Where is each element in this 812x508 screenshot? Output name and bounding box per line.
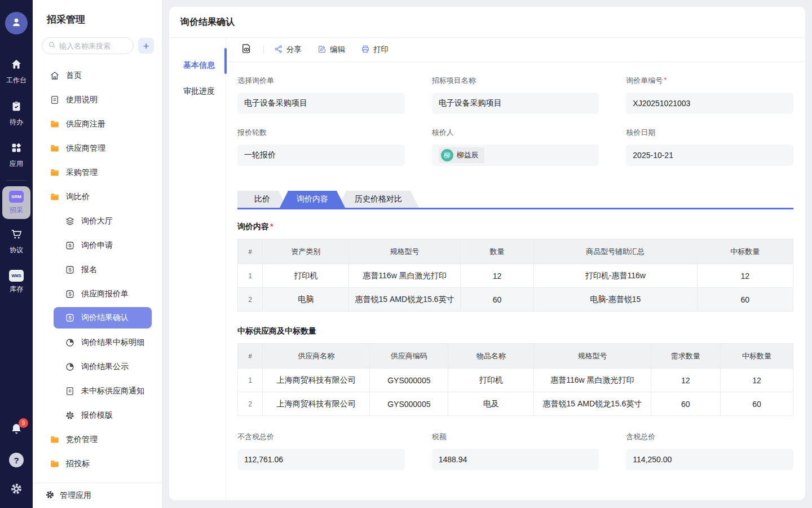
- folder-icon: [50, 435, 60, 445]
- cell: 60: [651, 392, 720, 416]
- sidebar-item-supplier-manage[interactable]: 供应商管理: [33, 136, 162, 160]
- total-incl-tax-input[interactable]: 114,250.00: [626, 449, 793, 470]
- cell: 12: [651, 369, 720, 392]
- edit-label: 编辑: [330, 45, 345, 55]
- active-tab-indicator: [224, 48, 227, 74]
- sidebar-item-instructions[interactable]: 使用说明: [33, 87, 162, 112]
- rail-item-inventory[interactable]: WMS 库存: [9, 270, 24, 294]
- select-inquiry-input[interactable]: 电子设备采购项目: [237, 93, 405, 114]
- cell: 2: [238, 288, 263, 312]
- tab-compare-price[interactable]: 比价: [237, 191, 287, 208]
- share-button[interactable]: 分享: [274, 45, 302, 55]
- sidebar-item-purchase-manage[interactable]: 采购管理: [33, 160, 162, 185]
- price-date-input[interactable]: 2025-10-21: [626, 144, 793, 166]
- tab-history-price[interactable]: 历史价格对比: [338, 191, 419, 208]
- content-tabs: 比价 询价内容 历史价格对比: [237, 191, 793, 208]
- field-label: 核价人: [432, 128, 454, 138]
- avatar: 柳: [441, 149, 453, 161]
- gear-icon: [65, 410, 75, 421]
- gear-icon: [10, 488, 23, 497]
- search-input[interactable]: [59, 42, 121, 50]
- settings-button[interactable]: [10, 482, 23, 498]
- sidebar-item-label: 询价结果中标明细: [81, 338, 144, 348]
- sidebar-item-supplier-quote[interactable]: S 供应商报价单: [65, 282, 162, 306]
- sidebar-item-label: 未中标供应商通知: [81, 386, 144, 396]
- price-checker-input[interactable]: 柳 柳益辰: [432, 144, 599, 166]
- user-icon: [10, 16, 23, 30]
- clipboard-icon: [10, 100, 23, 115]
- preview-document-button[interactable]: [241, 43, 252, 56]
- folder-icon: [50, 119, 60, 129]
- sidebar-item-label: 询价结果公示: [81, 362, 129, 372]
- field-label: 报价轮数: [237, 128, 267, 138]
- column-header: 资产类别: [263, 239, 349, 264]
- column-header: 规格型号: [533, 344, 651, 369]
- totals-section: 不含税总价 112,761.06 税额 1488.94 含税总价 114,250…: [237, 432, 793, 470]
- notifications-button[interactable]: 9: [10, 422, 23, 438]
- tab-basic-info[interactable]: 基本信息: [169, 52, 226, 78]
- print-label: 打印: [373, 45, 389, 55]
- field-price-checker: 核价人 柳 柳益辰: [432, 128, 599, 166]
- sidebar-menu: 首页 使用说明 供应商注册 供应商管理 采购管理 询比价 询价大厅 S 询价申: [33, 63, 162, 476]
- edit-button[interactable]: 编辑: [317, 45, 345, 55]
- detail-side-tabs: 基本信息 审批进度: [169, 38, 226, 500]
- cell: 电及: [448, 392, 534, 416]
- rail-item-label: 工作台: [6, 76, 27, 85]
- sidebar-item-win-detail[interactable]: 询价结果中标明细: [65, 330, 162, 354]
- cell: 12: [720, 369, 793, 392]
- sidebar-item-label: 采购管理: [66, 168, 98, 178]
- srm-app-icon: SRM: [9, 191, 24, 203]
- user-avatar[interactable]: [5, 12, 28, 34]
- tab-approval-progress[interactable]: 审批进度: [169, 78, 226, 104]
- table-row: 2 电脑 惠普锐15 AMD锐龙15.6英寸 60 电脑-惠普锐15 60: [238, 288, 793, 312]
- sidebar-item-lose-notice[interactable]: 未中标供应商通知: [65, 379, 162, 403]
- plus-icon: +: [143, 41, 149, 51]
- rail-item-label: 库存: [10, 284, 23, 294]
- print-button[interactable]: 打印: [361, 45, 389, 55]
- field-quote-rounds: 报价轮数 一轮报价: [237, 128, 405, 166]
- user-chip: 柳 柳益辰: [439, 147, 484, 163]
- sidebar-item-inquiry-result-confirm[interactable]: S 询价结果确认: [54, 307, 152, 329]
- project-name-input[interactable]: 电子设备采购项目: [432, 93, 599, 114]
- total-excl-tax-input[interactable]: 112,761.06: [237, 449, 405, 470]
- rail-item-agreement[interactable]: 协议: [10, 228, 23, 255]
- rail-item-label: 待办: [10, 117, 23, 127]
- sidebar-item-signup[interactable]: S 报名: [65, 257, 162, 282]
- sidebar-item-inquiry-apply[interactable]: S 询价申请: [65, 233, 162, 257]
- rail-item-srm-active[interactable]: SRM 招采: [2, 186, 30, 219]
- document-eye-icon: [241, 43, 252, 56]
- s-square-icon: S: [65, 240, 75, 251]
- inquiry-no-input[interactable]: XJ20251021003: [626, 93, 793, 114]
- wms-app-icon: WMS: [9, 270, 24, 282]
- add-button[interactable]: +: [138, 38, 154, 54]
- sidebar-search[interactable]: [42, 37, 134, 54]
- sidebar-item-label: 供应商注册: [66, 119, 105, 129]
- sidebar-item-bidding-manage[interactable]: 竞价管理: [33, 427, 162, 452]
- sidebar-item-label: 报名: [81, 265, 97, 275]
- tab-inquiry-content[interactable]: 询价内容: [280, 191, 345, 208]
- table-header-row: # 资产类别 规格型号 数量 商品型号辅助汇总 中标数量: [238, 239, 793, 264]
- table-header-row: # 供应商名称 供应商编码 物品名称 规格型号 需求数量 中标数量: [238, 344, 793, 369]
- sidebar-item-label: 使用说明: [66, 95, 98, 105]
- rail-item-apps[interactable]: 应用: [10, 142, 23, 169]
- cell: 60: [460, 288, 533, 312]
- sidebar-item-inquiry-hall[interactable]: 询价大厅: [65, 209, 162, 233]
- sidebar-item-result-publicity[interactable]: 询价结果公示: [65, 354, 162, 379]
- pie-chart-icon: [65, 362, 75, 372]
- field-label: 招标项目名称: [432, 76, 476, 86]
- cell: GYS000005: [370, 392, 448, 416]
- sidebar-item-quote-template[interactable]: 报价模版: [65, 403, 162, 427]
- sidebar-item-supplier-register[interactable]: 供应商注册: [33, 112, 162, 136]
- rail-item-workbench[interactable]: 工作台: [6, 58, 27, 85]
- manage-apps-button[interactable]: 管理应用: [33, 483, 162, 508]
- cell: 上海商贸科技有限公司: [263, 369, 370, 392]
- column-header: 中标数量: [697, 239, 793, 264]
- help-button[interactable]: ?: [9, 453, 24, 467]
- layers-icon: [65, 216, 75, 226]
- rail-item-todo[interactable]: 待办: [10, 100, 23, 127]
- sidebar-item-inquiry-compare[interactable]: 询比价: [33, 185, 162, 209]
- sidebar-item-home[interactable]: 首页: [33, 63, 162, 87]
- quote-rounds-input[interactable]: 一轮报价: [237, 144, 405, 166]
- tax-amount-input[interactable]: 1488.94: [432, 449, 599, 470]
- sidebar-item-tender[interactable]: 招投标: [33, 452, 162, 476]
